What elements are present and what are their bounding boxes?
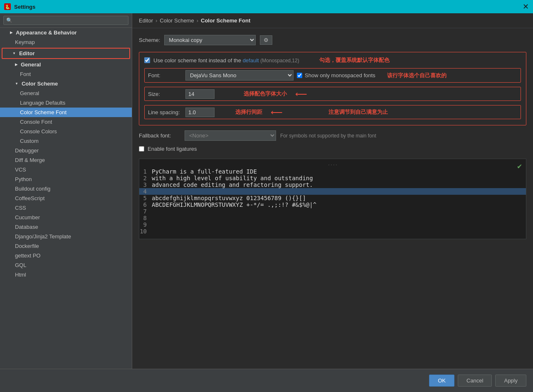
use-color-scheme-checkbox[interactable] [144, 57, 150, 63]
sidebar-item-general-group[interactable]: ▶ General [0, 60, 132, 69]
sidebar-item-gettext[interactable]: gettext PO [0, 251, 132, 260]
green-checkmark: ✔ [517, 162, 522, 170]
font-field-row: Font: DejaVu Sans Mono Show only monospa… [144, 68, 521, 83]
cancel-button[interactable]: Cancel [458, 375, 492, 387]
line-content-2: with a high level of usability and outst… [152, 175, 313, 181]
line-num-6: 6 [139, 202, 152, 208]
monospaced-label: Show only monospaced fonts [305, 72, 375, 78]
preview-dots: ···· [139, 163, 526, 167]
annotation-3: 选择配色字体大小 [244, 90, 287, 98]
sidebar-item-custom[interactable]: Custom [0, 136, 132, 146]
monospaced-checkbox[interactable] [297, 73, 302, 78]
font-label: Font: [148, 72, 181, 78]
sidebar-item-diff-merge[interactable]: Diff & Merge [0, 155, 132, 165]
ligatures-label: Enable font ligatures [148, 146, 197, 152]
line-num-9: 9 [139, 222, 152, 228]
gear-button[interactable]: ⚙ [260, 35, 272, 45]
breadcrumb-editor: Editor [139, 17, 153, 24]
sidebar-item-debugger[interactable]: Debugger [0, 146, 132, 155]
monospaced-check: Show only monospaced fonts [297, 72, 375, 78]
font-settings-box: Use color scheme font instead of the def… [139, 52, 526, 125]
sidebar-item-dockerfile[interactable]: Dockerfile [0, 241, 132, 251]
sidebar-item-cs-font[interactable]: Color Scheme Font [0, 108, 132, 117]
ok-button[interactable]: OK [429, 375, 454, 387]
line-num-7: 7 [139, 208, 152, 214]
line-num-1: 1 [139, 169, 152, 174]
window-title: Settings [14, 4, 35, 10]
expand-icon: ▶ [10, 31, 12, 34]
expand-icon-editor: ▼ [12, 51, 16, 55]
app-icon: 🐍 [4, 3, 11, 10]
main-layout: ▶ Appearance & Behavior Keymap ▼ Editor … [0, 13, 533, 369]
font-select-container: DejaVu Sans Mono Show only monospaced fo… [185, 70, 517, 81]
line-content-1: PyCharm is a full-featured IDE [152, 169, 257, 174]
size-row: Size: 14 选择配色字体大小 ⟵ [148, 89, 517, 99]
preview-line-7: 7 [139, 208, 526, 215]
sidebar-item-console-font[interactable]: Console Font [0, 117, 132, 127]
line-num-10: 10 [139, 228, 152, 234]
sidebar-item-keymap[interactable]: Keymap [0, 37, 132, 47]
sidebar-search-container [0, 13, 132, 28]
size-input[interactable]: 14 [185, 89, 215, 99]
sidebar-item-font[interactable]: Font [0, 69, 132, 79]
preview-line-2: 2 with a high level of usability and out… [139, 175, 526, 181]
ligatures-checkbox[interactable] [139, 146, 144, 152]
triangle-general: ▶ [15, 63, 17, 66]
preview-line-10: 10 [139, 228, 526, 235]
scheme-select[interactable]: Monokai copy [164, 35, 256, 45]
sidebar-item-cucumber[interactable]: Cucumber [0, 213, 132, 222]
sidebar-item-cs-general[interactable]: General [0, 88, 132, 98]
sidebar-item-color-scheme[interactable]: ▼ Color Scheme [0, 79, 132, 88]
sidebar-item-css[interactable]: CSS [0, 203, 132, 213]
sidebar-item-python[interactable]: Python [0, 174, 132, 184]
preview-line-4: 4 [139, 188, 526, 195]
line-spacing-row: Line spacing: 1.0 选择行间距 ⟵ 注意调节到自己满意为止 [148, 107, 517, 117]
line-num-5: 5 [139, 195, 152, 201]
sidebar-item-editor[interactable]: ▼ Editor [2, 48, 130, 59]
arrow-size: ⟵ [295, 89, 307, 99]
preview-line-9: 9 [139, 221, 526, 228]
sidebar-item-django[interactable]: Django/Jinja2 Template [0, 232, 132, 241]
sidebar-item-gql[interactable]: GQL [0, 260, 132, 270]
search-input[interactable] [3, 16, 128, 25]
font-select[interactable]: DejaVu Sans Mono [185, 70, 294, 81]
breadcrumb-current: Color Scheme Font [201, 17, 250, 24]
size-label: Size: [148, 91, 181, 97]
fallback-select[interactable]: <None> [185, 130, 276, 141]
line-spacing-field-row: Line spacing: 1.0 选择行间距 ⟵ 注意调节到自己满意为止 [144, 105, 521, 119]
breadcrumb: Editor › Color Scheme › Color Scheme Fon… [132, 13, 533, 28]
annotation-1: 勾选，覆盖系统默认字体配色 [319, 56, 390, 64]
close-button[interactable]: ✕ [523, 2, 529, 11]
use-color-scheme-row: Use color scheme font instead of the def… [144, 56, 521, 64]
sidebar-item-html[interactable]: Html [0, 270, 132, 279]
sidebar-item-appearance[interactable]: ▶ Appearance & Behavior [0, 28, 132, 37]
line-content-3: advanced code editing and refactoring su… [152, 182, 313, 188]
sidebar-item-lang-defaults[interactable]: Language Defaults [0, 98, 132, 108]
line-num-2: 2 [139, 175, 152, 181]
sidebar-item-console-colors[interactable]: Console Colors [0, 127, 132, 136]
sidebar-item-vcs[interactable]: VCS [0, 165, 132, 174]
bottom-bar: OK Cancel Apply [0, 369, 533, 392]
annotation-4: 选择行间距 [235, 108, 262, 116]
triangle-cs: ▼ [15, 82, 18, 86]
annotation-5: 注意调节到自己满意为止 [328, 108, 388, 116]
line-content-5: abcdefghijklmnopqrstuvwxyz 0123456789 ()… [152, 195, 306, 201]
line-num-3: 3 [139, 182, 152, 188]
sidebar-item-database[interactable]: Database [0, 222, 132, 232]
default-link[interactable]: default [243, 57, 259, 64]
apply-button[interactable]: Apply [495, 375, 526, 387]
line-spacing-input[interactable]: 1.0 [185, 108, 215, 117]
size-field-row: Size: 14 选择配色字体大小 ⟵ [144, 87, 521, 101]
default-hint: (Monospaced,12) [260, 58, 299, 64]
settings-body: Scheme: Monokai copy ⚙ Use color scheme … [132, 28, 533, 369]
fallback-label: Fallback font: [139, 132, 180, 139]
line-content-6: ABCDEFGHIJKLMNOPQRSTUVWXYZ +-*/= .,;:!? … [152, 202, 316, 208]
preview-line-3: 3 advanced code editing and refactoring … [139, 181, 526, 188]
arrow-line-spacing: ⟵ [271, 107, 283, 117]
preview-line-8: 8 [139, 215, 526, 221]
sidebar-item-buildout[interactable]: Buildout config [0, 184, 132, 194]
preview-container: ···· 1 PyCharm is a full-featured IDE 2 … [139, 159, 526, 239]
sidebar-item-coffeescript[interactable]: CoffeeScript [0, 194, 132, 203]
font-row: Font: DejaVu Sans Mono Show only monospa… [148, 70, 517, 81]
content-area: Editor › Color Scheme › Color Scheme Fon… [132, 13, 533, 369]
